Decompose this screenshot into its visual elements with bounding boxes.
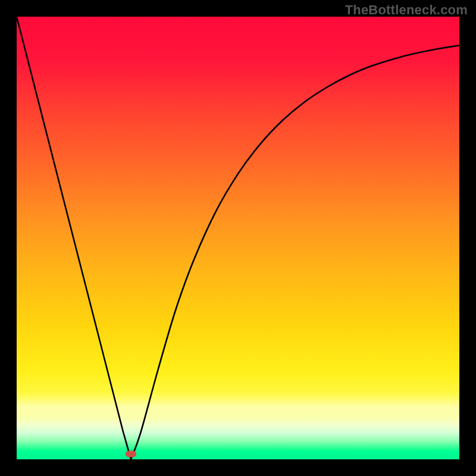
watermark-text: TheBottleneck.com [345, 2, 468, 18]
chart-frame: TheBottleneck.com [0, 0, 476, 476]
minimum-marker [126, 451, 136, 458]
curve-svg [17, 17, 459, 459]
plot-area [17, 17, 459, 459]
bottleneck-curve-path [17, 17, 459, 459]
